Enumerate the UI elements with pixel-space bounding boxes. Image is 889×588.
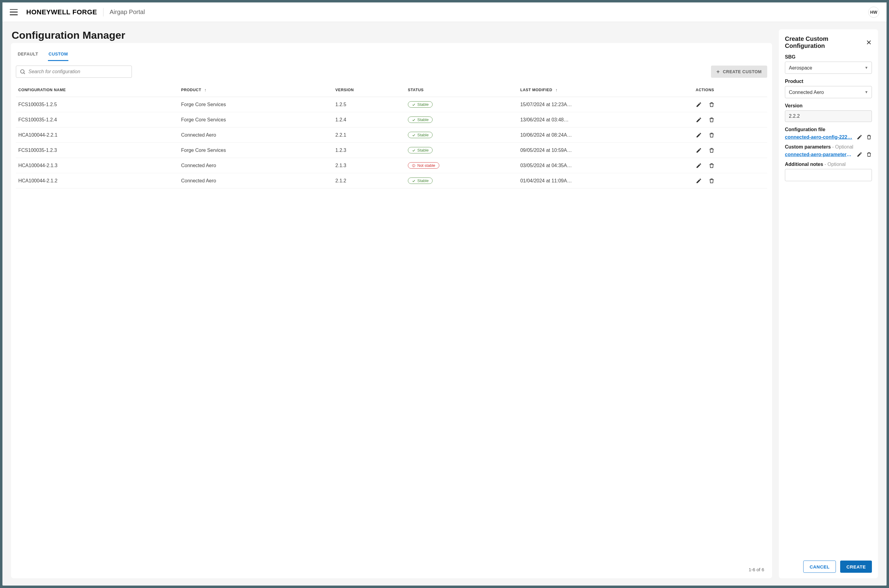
- create-button[interactable]: CREATE: [840, 561, 872, 573]
- svg-line-1: [24, 73, 25, 74]
- plus-icon: +: [716, 69, 720, 74]
- custom-params-label: Custom parameters - Optional: [785, 144, 872, 150]
- cell-version: 2.1.2: [333, 173, 405, 189]
- brand: HONEYWELL FORGE: [26, 8, 97, 16]
- status-badge: Stable: [408, 147, 433, 153]
- cell-product: Forge Core Services: [179, 143, 333, 158]
- svg-point-4: [414, 166, 414, 166]
- sbg-label: SBG: [785, 54, 872, 60]
- delete-icon[interactable]: [708, 147, 715, 153]
- delete-icon[interactable]: [708, 178, 715, 184]
- main-card: DEFAULT CUSTOM + CREATE CUSTOM: [11, 43, 772, 578]
- cell-status: Stable: [405, 97, 518, 112]
- status-badge: Stable: [408, 101, 433, 108]
- search-input[interactable]: [16, 66, 132, 78]
- svg-point-0: [21, 69, 24, 73]
- edit-icon[interactable]: [696, 147, 702, 153]
- cell-product: Connected Aero: [179, 173, 333, 189]
- delete-icon[interactable]: [866, 152, 872, 158]
- delete-icon[interactable]: [866, 134, 872, 140]
- warn-icon: [412, 164, 415, 167]
- page-title: Configuration Manager: [11, 29, 772, 41]
- col-name[interactable]: CONFIGURATION NAME: [16, 83, 179, 97]
- cell-modified: 01/04/2024 at 11:09A…: [518, 173, 693, 189]
- cell-status: Stable: [405, 128, 518, 143]
- table-row: HCA100044-2.2.1Connected Aero2.2.1Stable…: [16, 128, 767, 143]
- tabs: DEFAULT CUSTOM: [16, 49, 767, 61]
- product-select[interactable]: Connected Aero: [785, 86, 872, 98]
- edit-icon[interactable]: [857, 152, 862, 158]
- edit-icon[interactable]: [696, 117, 702, 123]
- delete-icon[interactable]: [708, 132, 715, 138]
- delete-icon[interactable]: [708, 162, 715, 169]
- pagination: 1-6 of 6: [16, 561, 767, 573]
- check-icon: [412, 179, 415, 183]
- product-label: Product: [785, 79, 872, 84]
- table-row: FCS100035-1.2.5Forge Core Services1.2.5S…: [16, 97, 767, 112]
- notes-field[interactable]: [785, 169, 872, 181]
- delete-icon[interactable]: [708, 117, 715, 123]
- cell-modified: 10/06/2024 at 08:24A…: [518, 128, 693, 143]
- edit-icon[interactable]: [696, 102, 702, 108]
- status-badge: Stable: [408, 132, 433, 138]
- col-status[interactable]: STATUS: [405, 83, 518, 97]
- version-field[interactable]: 2.2.2: [785, 110, 872, 122]
- cell-modified: 15/07/2024 at 12:23A…: [518, 97, 693, 112]
- edit-icon[interactable]: [696, 132, 702, 138]
- cell-modified: 13/06/2024 at 03:48…: [518, 112, 693, 128]
- side-panel: Create Custom Configuration SBG Aerospac…: [779, 29, 878, 578]
- create-custom-button[interactable]: + CREATE CUSTOM: [711, 66, 767, 78]
- sort-arrow-icon: ↑: [204, 87, 207, 92]
- cell-version: 2.2.1: [333, 128, 405, 143]
- delete-icon[interactable]: [708, 102, 715, 108]
- custom-params-link[interactable]: connected-aero-parameters…: [785, 152, 853, 158]
- tab-default[interactable]: DEFAULT: [17, 49, 39, 61]
- close-icon[interactable]: [866, 39, 872, 45]
- config-file-label: Configuration file: [785, 127, 872, 132]
- check-icon: [412, 148, 415, 152]
- edit-icon[interactable]: [696, 162, 702, 169]
- config-file-link[interactable]: connected-aero-config-222…: [785, 135, 853, 140]
- col-version[interactable]: VERSION: [333, 83, 405, 97]
- status-badge: Stable: [408, 117, 433, 123]
- avatar[interactable]: HW: [868, 7, 879, 18]
- cell-product: Forge Core Services: [179, 112, 333, 128]
- col-modified[interactable]: LAST MODIFIED↑: [518, 83, 693, 97]
- cell-status: Stable: [405, 112, 518, 128]
- cell-modified: 03/05/2024 at 04:35A…: [518, 158, 693, 173]
- status-badge: Not stable: [408, 162, 439, 169]
- edit-icon[interactable]: [857, 134, 862, 140]
- table-row: HCA100044-2.1.2Connected Aero2.1.2Stable…: [16, 173, 767, 189]
- tab-custom[interactable]: CUSTOM: [48, 49, 68, 61]
- sort-arrow-icon: ↑: [555, 87, 558, 92]
- edit-icon[interactable]: [696, 178, 702, 184]
- search-icon: [20, 69, 26, 75]
- cell-modified: 09/05/2024 at 10:59A…: [518, 143, 693, 158]
- cell-version: 1.2.5: [333, 97, 405, 112]
- cancel-button[interactable]: CANCEL: [803, 561, 836, 573]
- table-row: FCS100035-1.2.4Forge Core Services1.2.4S…: [16, 112, 767, 128]
- cell-version: 1.2.3: [333, 143, 405, 158]
- cell-product: Connected Aero: [179, 128, 333, 143]
- search-wrap: [16, 66, 132, 78]
- cell-name: HCA100044-2.1.3: [16, 158, 179, 173]
- cell-version: 1.2.4: [333, 112, 405, 128]
- menu-icon[interactable]: [10, 9, 18, 15]
- topbar: HONEYWELL FORGE Airgap Portal HW: [3, 3, 886, 22]
- version-label: Version: [785, 103, 872, 109]
- col-actions: ACTIONS: [693, 83, 767, 97]
- cell-status: Not stable: [405, 158, 518, 173]
- check-icon: [412, 118, 415, 122]
- status-badge: Stable: [408, 177, 433, 184]
- table-row: HCA100044-2.1.3Connected Aero2.1.3Not st…: [16, 158, 767, 173]
- brand-sub: Airgap Portal: [110, 9, 145, 15]
- cell-status: Stable: [405, 173, 518, 189]
- cell-name: FCS100035-1.2.3: [16, 143, 179, 158]
- cell-name: HCA100044-2.2.1: [16, 128, 179, 143]
- notes-label: Additional notes - Optional: [785, 162, 872, 167]
- cell-name: HCA100044-2.1.2: [16, 173, 179, 189]
- cell-name: FCS100035-1.2.5: [16, 97, 179, 112]
- table-row: FCS100035-1.2.3Forge Core Services1.2.3S…: [16, 143, 767, 158]
- col-product[interactable]: PRODUCT↑: [179, 83, 333, 97]
- sbg-select[interactable]: Aerospace: [785, 62, 872, 74]
